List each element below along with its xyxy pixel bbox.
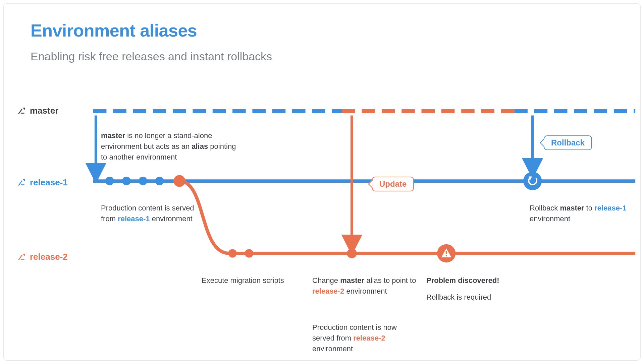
callout-update-text: Update bbox=[379, 179, 407, 188]
note-problem-heading: Problem discovered! bbox=[426, 275, 499, 286]
lane-release-1-text: release-1 bbox=[30, 177, 68, 188]
note-rollback-description: Rollback master to release-1 environment bbox=[530, 203, 640, 224]
lane-master-text: master bbox=[30, 106, 58, 116]
svg-point-6 bbox=[139, 177, 147, 185]
note-execute-migration: Execute migration scripts bbox=[202, 275, 284, 286]
svg-rect-15 bbox=[446, 255, 447, 256]
diagram: master release-1 release-2 Update Rollba… bbox=[4, 98, 640, 360]
svg-point-5 bbox=[122, 177, 131, 185]
lane-label-release-2: release-2 bbox=[17, 252, 68, 262]
note-production-release-1: Production content is served from releas… bbox=[101, 203, 208, 224]
note-problem-body: Rollback is required bbox=[426, 292, 491, 303]
svg-point-10 bbox=[228, 249, 237, 257]
diagram-frame: Environment aliases Enabling risk free r… bbox=[3, 3, 641, 361]
svg-rect-14 bbox=[446, 251, 447, 254]
svg-point-13 bbox=[437, 244, 455, 262]
svg-point-8 bbox=[173, 175, 185, 187]
branch-icon bbox=[17, 107, 26, 115]
svg-point-11 bbox=[245, 249, 254, 257]
page-subtitle: Enabling risk free releases and instant … bbox=[31, 50, 640, 63]
callout-update: Update bbox=[372, 177, 414, 191]
svg-point-12 bbox=[347, 248, 357, 258]
page-title: Environment aliases bbox=[31, 20, 640, 41]
svg-point-7 bbox=[155, 177, 164, 185]
note-master-description: master is no longer a stand-alone enviro… bbox=[101, 130, 242, 163]
svg-point-4 bbox=[105, 177, 114, 185]
lane-release-2-text: release-2 bbox=[30, 252, 68, 262]
lane-label-release-1: release-1 bbox=[17, 177, 68, 188]
svg-point-19 bbox=[523, 172, 542, 190]
note-change-alias: Change master alias to point to release-… bbox=[312, 275, 416, 297]
callout-rollback-text: Rollback bbox=[551, 138, 585, 147]
callout-rollback: Rollback bbox=[544, 135, 592, 150]
branch-icon bbox=[17, 178, 26, 187]
lane-label-master: master bbox=[17, 106, 58, 116]
note-production-release-2: Production content is now served from re… bbox=[312, 322, 416, 354]
branch-icon bbox=[17, 253, 26, 261]
